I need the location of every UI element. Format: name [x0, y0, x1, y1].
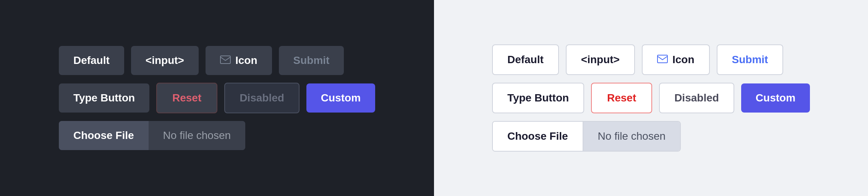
light-default-button[interactable]: Default: [492, 44, 559, 75]
light-icon-button[interactable]: Icon: [642, 44, 710, 75]
dark-row-2: Type Button Reset Disabled Custom: [59, 83, 375, 113]
light-typebutton-button[interactable]: Type Button: [492, 83, 584, 113]
dark-typebutton-button[interactable]: Type Button: [59, 83, 149, 113]
light-submit-button[interactable]: Submit: [717, 44, 784, 75]
light-button-grid: Default <input> Icon Submit Type Button …: [492, 44, 810, 152]
light-row-3: Choose File No file chosen: [492, 121, 681, 152]
light-disabled-button: Disabled: [659, 83, 734, 113]
dark-row-1: Default <input> Icon Submit: [59, 46, 344, 75]
light-choose-file-button[interactable]: Choose File: [493, 122, 583, 151]
dark-row-3: Choose File No file chosen: [59, 121, 245, 150]
light-panel: Default <input> Icon Submit Type Button …: [434, 0, 868, 196]
envelope-icon-light: [657, 54, 668, 66]
light-row-2: Type Button Reset Disabled Custom: [492, 83, 810, 113]
envelope-icon: [220, 54, 231, 67]
dark-no-file-label: No file chosen: [149, 121, 245, 150]
dark-reset-button[interactable]: Reset: [156, 83, 217, 113]
light-reset-button[interactable]: Reset: [591, 83, 652, 113]
dark-choose-file-button[interactable]: Choose File: [59, 121, 149, 150]
dark-disabled-button: Disabled: [224, 83, 300, 113]
dark-default-button[interactable]: Default: [59, 46, 124, 75]
dark-custom-button[interactable]: Custom: [306, 83, 375, 113]
svg-rect-0: [220, 56, 230, 64]
dark-file-input: Choose File No file chosen: [59, 121, 245, 150]
dark-panel: Default <input> Icon Submit Type Button …: [0, 0, 434, 196]
svg-rect-1: [657, 55, 667, 63]
light-input-button[interactable]: <input>: [566, 44, 635, 75]
dark-button-grid: Default <input> Icon Submit Type Button …: [59, 46, 375, 150]
dark-icon-button-label: Icon: [235, 54, 257, 67]
light-no-file-label: No file chosen: [583, 122, 680, 151]
light-icon-button-label: Icon: [672, 54, 695, 66]
dark-submit-button[interactable]: Submit: [279, 46, 344, 75]
light-custom-button[interactable]: Custom: [741, 83, 810, 113]
light-file-input: Choose File No file chosen: [492, 121, 681, 152]
light-row-1: Default <input> Icon Submit: [492, 44, 783, 75]
dark-input-button[interactable]: <input>: [131, 46, 199, 75]
dark-icon-button[interactable]: Icon: [206, 46, 272, 75]
